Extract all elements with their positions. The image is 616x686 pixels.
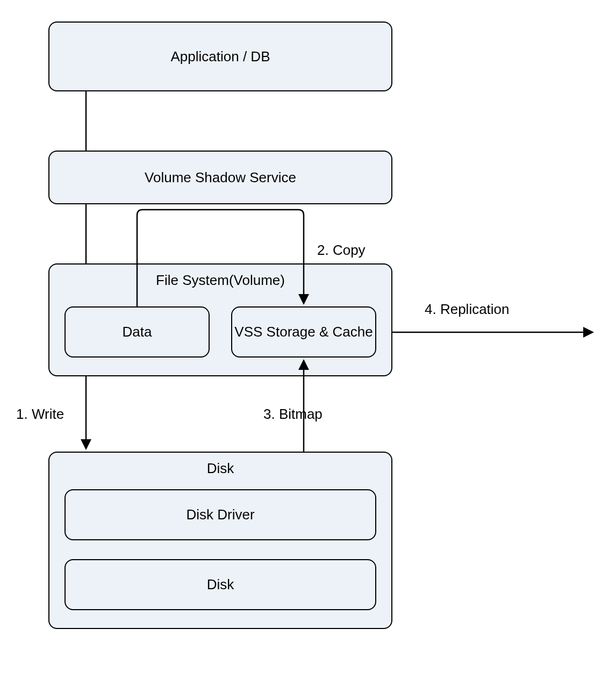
edge-label-replication: 4. Replication xyxy=(425,301,510,318)
node-vss-storage-cache: VSS Storage & Cache xyxy=(231,306,376,358)
node-disk-label: Disk xyxy=(207,576,234,593)
node-volume-shadow-service: Volume Shadow Service xyxy=(48,151,392,204)
node-vss-storage-cache-label: VSS Storage & Cache xyxy=(234,324,373,340)
edge-label-write: 1. Write xyxy=(16,406,64,423)
node-data-label: Data xyxy=(123,324,152,340)
node-volume-shadow-service-label: Volume Shadow Service xyxy=(145,169,296,186)
edge-label-copy: 2. Copy xyxy=(317,242,366,259)
node-disk: Disk xyxy=(65,559,376,610)
node-disk-driver-label: Disk Driver xyxy=(186,506,254,523)
node-application-db-label: Application / DB xyxy=(171,48,270,65)
node-application-db: Application / DB xyxy=(48,22,392,91)
node-disk-group-label: Disk xyxy=(49,453,391,477)
edge-label-bitmap: 3. Bitmap xyxy=(263,406,323,423)
node-data: Data xyxy=(65,306,210,358)
diagram-canvas: Application / DB Volume Shadow Service F… xyxy=(0,0,616,686)
node-disk-driver: Disk Driver xyxy=(65,489,376,540)
node-file-system-volume-label: File System(Volume) xyxy=(49,265,391,289)
